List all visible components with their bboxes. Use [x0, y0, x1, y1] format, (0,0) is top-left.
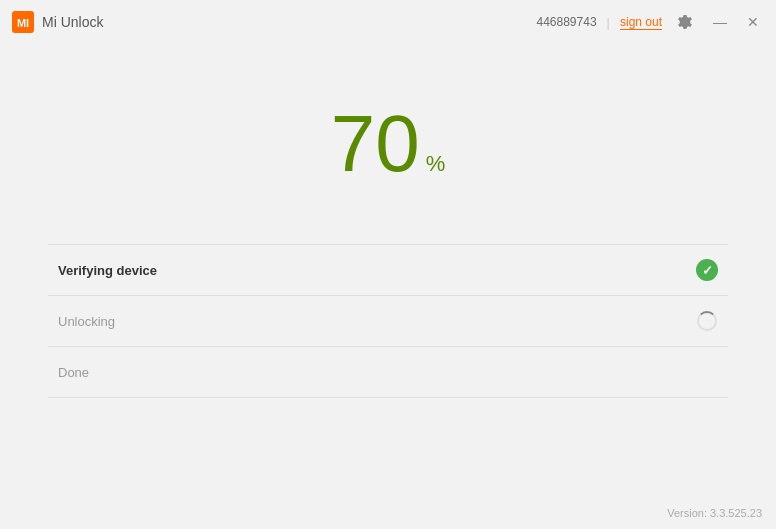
gear-icon — [677, 14, 693, 30]
progress-number: 70 — [331, 104, 420, 184]
titlebar: MI Mi Unlock 446889743 | sign out — ✕ — [0, 0, 776, 44]
step-label-unlocking: Unlocking — [58, 314, 115, 329]
user-id: 446889743 — [537, 15, 597, 29]
step-row-verifying: Verifying device — [48, 245, 728, 296]
spinner-icon — [697, 311, 717, 331]
app-title: Mi Unlock — [42, 14, 103, 30]
step-label-verifying: Verifying device — [58, 263, 157, 278]
step-row-unlocking: Unlocking — [48, 296, 728, 347]
step-icon-unlocking — [696, 310, 718, 332]
settings-button[interactable] — [672, 12, 698, 32]
progress-percent: % — [426, 151, 446, 177]
titlebar-left: MI Mi Unlock — [12, 11, 103, 33]
mi-logo-icon: MI — [12, 11, 34, 33]
step-icon-verifying — [696, 259, 718, 281]
step-label-done: Done — [58, 365, 89, 380]
check-circle-icon — [696, 259, 718, 281]
main-content: 70 % Verifying device Unlocking Done — [0, 44, 776, 398]
step-icon-done — [696, 361, 718, 383]
step-row-done: Done — [48, 347, 728, 398]
version-text: Version: 3.3.525.23 — [667, 507, 762, 519]
progress-display: 70 % — [331, 104, 446, 184]
sign-out-link[interactable]: sign out — [620, 15, 662, 30]
titlebar-right: 446889743 | sign out — ✕ — [537, 12, 765, 32]
minimize-button[interactable]: — — [708, 12, 732, 32]
titlebar-separator: | — [607, 15, 610, 30]
svg-text:MI: MI — [17, 17, 29, 29]
mi-logo: MI — [12, 11, 34, 33]
close-button[interactable]: ✕ — [742, 12, 764, 32]
steps-container: Verifying device Unlocking Done — [48, 244, 728, 398]
